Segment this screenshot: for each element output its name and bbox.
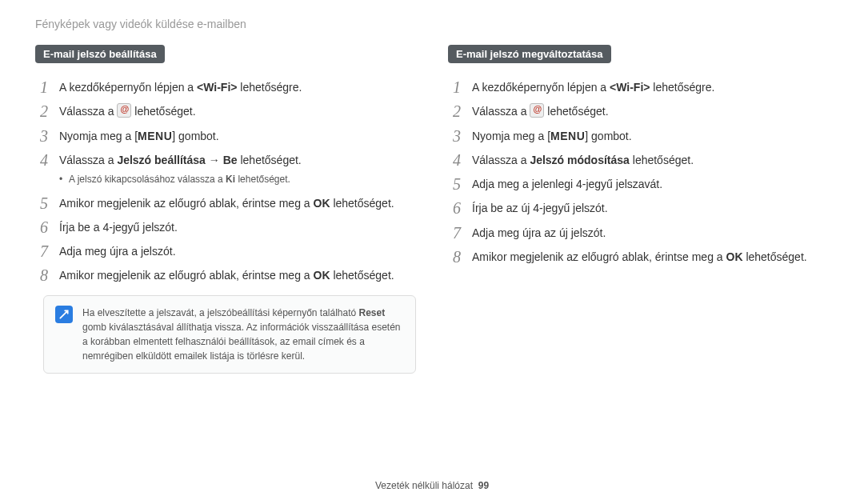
step-item: Válassza a lehetőséget. [448, 103, 829, 119]
right-column: E-mail jelszó megváltoztatása A kezdőkép… [448, 45, 829, 374]
left-column: E-mail jelszó beállítása A kezdőképernyő… [35, 45, 416, 374]
step-text: Adja meg újra a jelszót. [59, 245, 176, 258]
step-item: Válassza a Jelszó beállítása → Be lehető… [35, 152, 416, 187]
step-text: Válassza a Jelszó beállítása → Be lehető… [59, 154, 302, 166]
step-item: Adja meg a jelenlegi 4-jegyű jelszavát. [448, 176, 829, 192]
step-text: Adja meg a jelenlegi 4-jegyű jelszavát. [472, 178, 662, 190]
step-item: A kezdőképernyőn lépjen a <Wi-Fi> lehető… [35, 79, 416, 95]
step-text: Válassza a lehetőséget. [59, 105, 196, 118]
step-text: Nyomja meg a [MENU] gombot. [472, 130, 632, 142]
note-icon [55, 306, 73, 323]
step-item: Amikor megjelenik az előugró ablak, érin… [35, 195, 416, 211]
step-item: Adja meg újra az új jelszót. [448, 225, 829, 241]
right-steps: A kezdőképernyőn lépjen a <Wi-Fi> lehető… [448, 79, 829, 265]
right-header-pill: E-mail jelszó megváltoztatása [448, 45, 611, 63]
step-item: Amikor megjelenik az előugró ablak, érin… [35, 267, 416, 283]
email-icon [117, 103, 131, 118]
step-item: Írja be a 4-jegyű jelszót. [35, 219, 416, 235]
step-text: Amikor megjelenik az előugró ablak, érin… [59, 197, 394, 210]
left-header-pill: E-mail jelszó beállítása [35, 45, 165, 63]
page: Fényképek vagy videók küldése e-mailben … [0, 0, 864, 504]
step-subnote: A jelszó kikapcsolásához válassza a Ki l… [59, 173, 416, 186]
step-item: Adja meg újra a jelszót. [35, 243, 416, 259]
step-text: Írja be a 4-jegyű jelszót. [59, 221, 178, 234]
step-text: Adja meg újra az új jelszót. [472, 226, 606, 239]
note-callout: Ha elveszítette a jelszavát, a jelszóbeá… [43, 295, 416, 374]
left-steps: A kezdőképernyőn lépjen a <Wi-Fi> lehető… [35, 79, 416, 284]
step-text: A kezdőképernyőn lépjen a <Wi-Fi> lehető… [472, 81, 714, 94]
step-text: Válassza a Jelszó módosítása lehetőséget… [472, 154, 694, 166]
footer: Vezeték nélküli hálózat 99 [0, 480, 864, 491]
email-icon [530, 103, 544, 118]
step-text: Írja be az új 4-jegyű jelszót. [472, 202, 608, 214]
footer-page-number: 99 [478, 480, 489, 491]
step-text: A kezdőképernyőn lépjen a <Wi-Fi> lehető… [59, 81, 302, 94]
step-item: Nyomja meg a [MENU] gombot. [448, 128, 829, 144]
note-text: Ha elveszítette a jelszavát, a jelszóbeá… [82, 306, 404, 363]
step-text: Nyomja meg a [MENU] gombot. [59, 130, 219, 142]
step-text: Amikor megjelenik az előugró ablak, érin… [59, 269, 394, 282]
step-item: Válassza a Jelszó módosítása lehetőséget… [448, 152, 829, 168]
columns: E-mail jelszó beállítása A kezdőképernyő… [35, 45, 829, 374]
step-item: A kezdőképernyőn lépjen a <Wi-Fi> lehető… [448, 79, 829, 95]
step-item: Írja be az új 4-jegyű jelszót. [448, 200, 829, 216]
step-item: Nyomja meg a [MENU] gombot. [35, 128, 416, 144]
footer-section: Vezeték nélküli hálózat [375, 480, 473, 491]
step-text: Amikor megjelenik az előugró ablak, érin… [472, 250, 807, 263]
step-text: Válassza a lehetőséget. [472, 105, 609, 118]
step-item: Válassza a lehetőséget. [35, 103, 416, 119]
step-item: Amikor megjelenik az előugró ablak, érin… [448, 249, 829, 265]
page-title: Fényképek vagy videók küldése e-mailben [35, 18, 829, 30]
